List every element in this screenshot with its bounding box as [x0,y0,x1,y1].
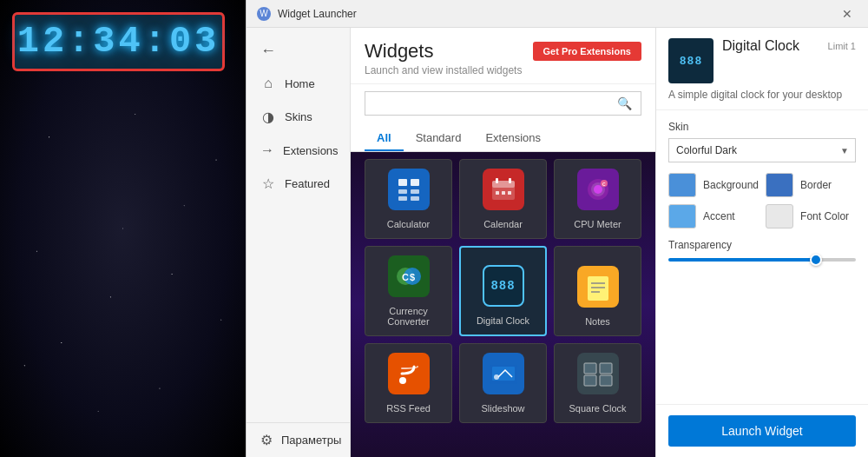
accent-label: Accent [703,210,735,222]
sidebar: ← ⌂ Home ◑ Skins → Extensions ☆ Featured… [247,28,351,457]
svg-rect-9 [509,178,511,183]
main-header: Widgets Get Pro Extensions Launch and vi… [351,28,655,84]
desktop-background: 12:34:03 [0,0,246,457]
widget-limit: Limit 1 [828,41,856,51]
launcher-window: W Widget Launcher ✕ ← ⌂ Home ◑ Skins → E… [246,0,868,457]
pro-extensions-button[interactable]: Get Pro Extensions [533,42,641,61]
svg-rect-2 [398,189,407,194]
clock-display: 12:34:03 [17,21,220,63]
widget-description: A simple digital clock for your desktop [668,89,856,101]
svg-text:$: $ [410,272,415,282]
sidebar-item-home[interactable]: ⌂ Home [247,67,350,100]
widget-item-calculator[interactable]: Calculator [365,159,452,239]
close-button[interactable]: ✕ [837,5,858,23]
rp-top: 888 Digital Clock Limit 1 [668,38,856,83]
widget-item-notes[interactable]: Notes [554,246,641,336]
color-item-border[interactable]: Border [766,173,856,197]
right-panel-body: Skin Colorful Dark ▼ Background Border [656,110,868,404]
cpu-icon: C [577,169,619,210]
color-item-accent[interactable]: Accent [668,204,759,228]
widget-item-rss[interactable]: RSS Feed [365,343,452,423]
clock-widget[interactable]: 12:34:03 [12,12,225,71]
border-label: Border [800,179,832,191]
settings-label: Параметры [281,434,341,447]
svg-rect-10 [496,191,499,195]
transparency-label: Transparency [668,239,856,251]
svg-rect-32 [584,375,596,386]
back-button[interactable]: ← [247,35,350,67]
widget-item-squareclock[interactable]: Square Clock [554,343,641,423]
tab-extensions[interactable]: Extensions [473,126,553,151]
featured-icon: ☆ [260,176,276,192]
settings-item[interactable]: ⚙ Параметры [247,422,350,457]
tab-all[interactable]: All [365,126,404,151]
right-panel-footer: Launch Widget [656,404,868,457]
skin-label: Skin [668,121,856,133]
svg-rect-12 [508,191,511,195]
border-swatch[interactable] [766,173,793,197]
app-icon: W [257,7,271,21]
right-panel: 888 Digital Clock Limit 1 A simple digit… [655,28,868,457]
svg-point-26 [399,377,406,384]
widget-item-currency[interactable]: C $ Currency Converter [365,246,452,336]
widget-item-digitalclock[interactable]: 888 Digital Clock [459,246,547,336]
rp-info: Digital Clock Limit 1 [722,38,856,54]
svg-text:C: C [402,272,409,282]
widget-grid: Calculator [365,159,641,423]
svg-rect-3 [411,189,419,194]
tab-standard[interactable]: Standard [404,126,474,151]
slider-thumb [810,254,822,266]
transparency-slider[interactable] [668,258,856,262]
search-input[interactable] [374,97,617,110]
sidebar-item-skins[interactable]: ◑ Skins [247,100,350,134]
sidebar-item-extensions[interactable]: → Extensions [247,134,350,167]
transparency-section: Transparency [668,239,856,262]
titlebar-title: Widget Launcher [278,8,837,20]
sidebar-item-label-skins: Skins [285,110,312,123]
sidebar-item-label-home: Home [285,77,315,90]
main-content: Widgets Get Pro Extensions Launch and vi… [351,28,655,457]
svg-rect-0 [398,179,407,186]
skin-select-wrapper: Colorful Dark ▼ [668,138,856,162]
calculator-label: Calculator [387,219,431,229]
search-icon: 🔍 [617,96,632,110]
notes-label: Notes [585,316,610,327]
main-title: Widgets [365,40,433,63]
widget-item-cpu[interactable]: C CPU Meter [554,159,641,239]
sidebar-item-label-extensions: Extensions [283,144,339,157]
background-swatch[interactable] [668,173,696,197]
widget-item-slideshow[interactable]: Slideshow [459,343,547,423]
color-item-background[interactable]: Background [668,173,759,197]
home-icon: ⌂ [260,76,276,91]
fontcolor-label: Font Color [800,210,849,222]
color-grid: Background Border Accent Font Color [668,173,856,228]
sidebar-item-featured[interactable]: ☆ Featured [247,167,350,201]
notes-icon [577,266,619,308]
calendar-icon [483,169,524,210]
color-item-fontcolor[interactable]: Font Color [766,204,856,228]
window-content: ← ⌂ Home ◑ Skins → Extensions ☆ Featured… [247,28,868,457]
search-bar: 🔍 [365,91,641,116]
calculator-icon [388,169,430,210]
launch-widget-button[interactable]: Launch Widget [668,415,856,447]
svg-rect-31 [600,363,612,374]
squareclock-label: Square Clock [569,403,626,414]
accent-swatch[interactable] [668,204,696,228]
svg-rect-11 [502,191,505,195]
svg-rect-7 [492,181,515,188]
svg-rect-5 [411,196,419,201]
svg-point-15 [594,185,602,194]
main-subtitle: Launch and view installed widgets [365,64,641,76]
widget-item-calendar[interactable]: Calendar [459,159,547,239]
skin-select[interactable]: Colorful Dark [668,138,856,162]
widget-name: Digital Clock [722,38,799,54]
titlebar: W Widget Launcher ✕ [247,0,868,28]
sidebar-item-label-featured: Featured [285,177,330,190]
digitalclock-label: Digital Clock [477,315,529,326]
fontcolor-swatch[interactable] [766,204,793,228]
rss-label: RSS Feed [386,403,431,414]
extensions-icon: → [260,142,274,158]
digitalclock-icon: 888 [483,265,524,307]
widget-grid-container[interactable]: Calculator [351,152,655,457]
svg-text:C: C [602,182,606,187]
